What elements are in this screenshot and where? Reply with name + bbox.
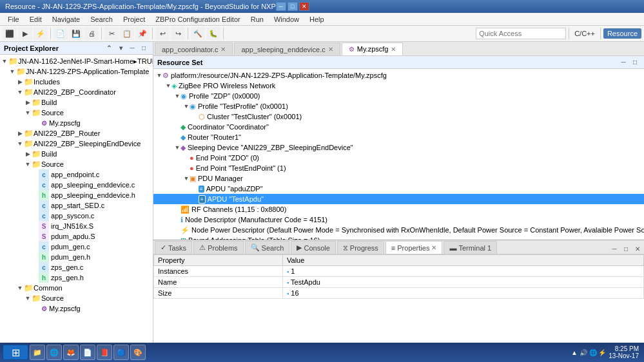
- tab-app-coordinator[interactable]: app_coordinator.c ✕: [155, 43, 233, 55]
- toolbar-btn-8[interactable]: 📋: [120, 27, 134, 40]
- res-item-node-descriptor[interactable]: ℹ Node Descriptor (Manufacturer Code = 4…: [153, 214, 644, 225]
- menu-run[interactable]: Run: [246, 14, 269, 24]
- res-item-coordinator[interactable]: ◆ Coordinator "Coordinator": [153, 122, 644, 132]
- expand-arrow[interactable]: [174, 235, 181, 240]
- bottom-maximize-btn[interactable]: □: [621, 243, 631, 254]
- tree-item-app-endpoint[interactable]: c app_endpoint.c: [0, 169, 153, 180]
- tab-tasks[interactable]: ✓ Tasks: [155, 241, 192, 254]
- tab-terminal[interactable]: ▬ Terminal 1: [444, 241, 497, 254]
- tree-item-template[interactable]: ▼ 📁 JN-AN-1229-ZPS-Application-Template: [0, 66, 153, 77]
- expand-arrow[interactable]: [32, 242, 39, 252]
- toolbar-btn-6[interactable]: 🖨: [84, 27, 99, 40]
- tree-item-app-start[interactable]: c app_start_SED.c: [0, 200, 153, 211]
- expand-arrow[interactable]: [32, 231, 39, 242]
- taskbar-app-filemanager[interactable]: 📄: [80, 345, 95, 360]
- res-item-apdu-zdp[interactable]: ≡ APDU "apduZDP": [153, 184, 644, 194]
- taskbar-app-chrome[interactable]: 🌐: [46, 345, 62, 360]
- tree-item-common-zpscfg[interactable]: ⚙ My.zpscfg: [0, 303, 153, 314]
- toolbar-btn-4[interactable]: 📄: [54, 27, 68, 40]
- expand-arrow[interactable]: ▶: [24, 97, 31, 108]
- minimize-button[interactable]: ─: [276, 2, 286, 11]
- expand-arrow[interactable]: [183, 153, 190, 163]
- maximize-button[interactable]: □: [288, 2, 298, 11]
- res-item-node-power[interactable]: ⚡ Node Power Descriptor (Default Power M…: [153, 225, 644, 235]
- rs-max-btn[interactable]: □: [630, 57, 640, 68]
- expand-arrow[interactable]: [32, 303, 39, 314]
- expand-arrow[interactable]: [174, 204, 181, 214]
- bottom-close-btn[interactable]: ✕: [632, 243, 643, 254]
- expand-arrow[interactable]: ▼: [165, 81, 171, 91]
- expand-arrow[interactable]: [192, 111, 199, 122]
- tree-item-app-syscon[interactable]: c app_syscon.c: [0, 211, 153, 221]
- bottom-minimize-btn[interactable]: ─: [609, 243, 620, 254]
- toolbar-btn-9[interactable]: 📌: [135, 27, 150, 40]
- expand-arrow[interactable]: ▼: [183, 173, 190, 184]
- expand-arrow[interactable]: ▼: [24, 108, 31, 118]
- menu-window[interactable]: Window: [269, 14, 304, 24]
- res-item-profile-zdp[interactable]: ▼ ◉ Profile "ZDP" (0x0000): [153, 91, 644, 101]
- expand-arrow[interactable]: ▶: [17, 77, 23, 87]
- menu-edit[interactable]: Edit: [24, 14, 47, 24]
- tree-item-app-sleeping-c[interactable]: c app_sleeping_enddevice.c: [0, 180, 153, 190]
- expand-arrow[interactable]: [174, 132, 181, 142]
- tab-problems[interactable]: ⚠ Problems: [193, 241, 243, 254]
- expand-arrow[interactable]: ▼: [24, 293, 31, 303]
- toolbar-redo[interactable]: ↪: [171, 27, 185, 40]
- tree-item-sleep-source[interactable]: ▼ 📁 Source: [0, 159, 153, 169]
- tree-item-trunk[interactable]: ▼ 📁 JN-AN-1162-JenNet-IP-Smart-Home▸TRUN…: [0, 56, 153, 66]
- res-item-apdu-testapdu[interactable]: ≡ APDU "TestApdu": [153, 194, 644, 204]
- expand-arrow[interactable]: [32, 272, 39, 283]
- res-item-bound[interactable]: ⊞ Bound Addressing Table (Table Size = 1…: [153, 235, 644, 240]
- tree-item-coord-source[interactable]: ▼ 📁 Source: [0, 108, 153, 118]
- res-item-endpoint-zdo[interactable]: ● End Point "ZDO" (0): [153, 153, 644, 163]
- expand-arrow[interactable]: [32, 180, 39, 190]
- toolbar-btn-1[interactable]: ⬛: [3, 27, 17, 40]
- expand-arrow[interactable]: [32, 118, 39, 128]
- tab-properties[interactable]: ≡ Properties ✕: [385, 241, 443, 254]
- expand-arrow[interactable]: [192, 194, 199, 204]
- menu-help[interactable]: Help: [304, 14, 329, 24]
- tree-item-zps-gen-h[interactable]: h zps_gen.h: [0, 272, 153, 283]
- expand-arrow[interactable]: [174, 122, 181, 132]
- tab-my-zpscfg[interactable]: ⚙ My.zpscfg ✕: [342, 43, 404, 55]
- expand-arrow[interactable]: ▼: [156, 70, 162, 81]
- close-button[interactable]: ✕: [299, 2, 309, 11]
- expand-arrow[interactable]: ▼: [183, 101, 190, 111]
- expand-arrow[interactable]: [32, 262, 39, 272]
- res-item-sleeping-device[interactable]: ▼ ◆ Sleeping Device "ANI229_ZBP_Sleeping…: [153, 142, 644, 153]
- taskbar-app-pdf[interactable]: 📕: [97, 345, 112, 360]
- taskbar-app-firefox[interactable]: 🦊: [63, 345, 79, 360]
- menu-navigate[interactable]: Navigate: [47, 14, 85, 24]
- expand-arrow[interactable]: ▶: [24, 149, 31, 159]
- expand-arrow[interactable]: ▼: [17, 283, 23, 293]
- taskbar-app-explorer[interactable]: 📁: [30, 345, 45, 360]
- expand-arrow[interactable]: ▼: [1, 56, 8, 66]
- toolbar-btn-7[interactable]: ✂: [104, 27, 119, 40]
- expand-arrow[interactable]: ▼: [9, 66, 15, 77]
- toolbar-undo[interactable]: ↩: [155, 27, 170, 40]
- expand-arrow[interactable]: [32, 252, 39, 262]
- tab-close-btn[interactable]: ✕: [328, 46, 333, 53]
- res-item-path[interactable]: ▼ ⚙ platform:/resource/JN-AN-1229-ZPS-Ap…: [153, 70, 644, 81]
- toolbar-build[interactable]: 🔨: [191, 27, 205, 40]
- panel-menu-btn[interactable]: ▾: [115, 43, 126, 53]
- res-item-endpoint-test[interactable]: ● End Point "TestEndPoint" (1): [153, 163, 644, 173]
- toolbar-btn-3[interactable]: ⚡: [34, 27, 48, 40]
- tree-item-zps-gen-c[interactable]: c zps_gen.c: [0, 262, 153, 272]
- start-button[interactable]: ⊞: [3, 345, 28, 360]
- persp-label[interactable]: Resource: [603, 28, 641, 39]
- tab-close-btn[interactable]: ✕: [431, 244, 436, 251]
- rs-min-btn[interactable]: ─: [618, 57, 629, 68]
- tree-item-coordinator[interactable]: ▼ 📁 ANI229_ZBP_Coordinator: [0, 87, 153, 97]
- res-item-router[interactable]: ◆ Router "Router1": [153, 132, 644, 142]
- res-item-network[interactable]: ▼ ◈ ZigBee PRO Wireless Network: [153, 81, 644, 91]
- tree-item-sleep-build[interactable]: ▶ 📁 Build: [0, 149, 153, 159]
- res-item-profile-test[interactable]: ▼ ◉ Profile "TestProfile" (0x0001): [153, 101, 644, 111]
- panel-min-btn[interactable]: ─: [127, 43, 137, 53]
- expand-arrow[interactable]: [32, 200, 39, 211]
- expand-arrow[interactable]: [192, 184, 199, 194]
- tree-item-router[interactable]: ▶ 📁 ANI229_ZBP_Router: [0, 128, 153, 138]
- tree-item-common[interactable]: ▼ 📁 Common: [0, 283, 153, 293]
- tab-search[interactable]: 🔍 Search: [245, 241, 290, 254]
- tab-close-btn[interactable]: ✕: [220, 46, 226, 53]
